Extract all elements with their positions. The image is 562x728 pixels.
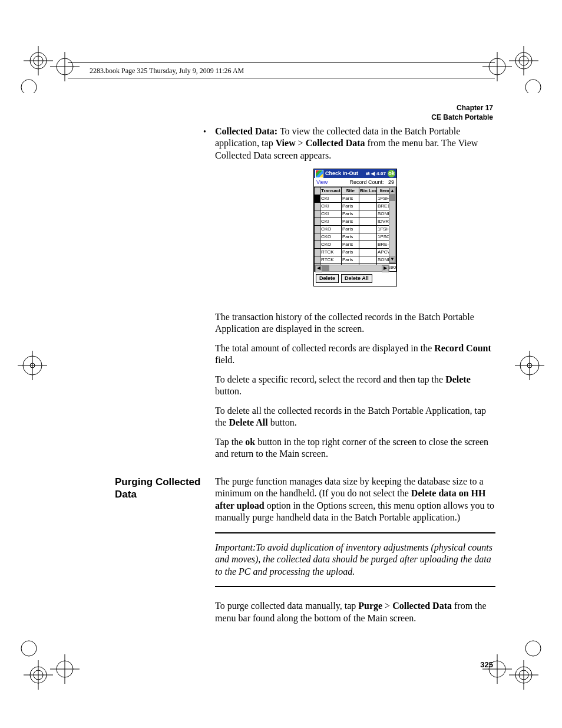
table-row[interactable]: CKOParis1PSOF91	[315, 233, 396, 241]
collected-data-paragraph: Collected Data: To view the collected da…	[215, 126, 495, 297]
cell[interactable]: CKO	[320, 241, 342, 249]
ok-button[interactable]: ok	[388, 170, 395, 177]
svg-point-33	[515, 667, 532, 683]
cell[interactable]: Paris	[342, 218, 359, 226]
scroll-right-icon[interactable]: ▶	[382, 265, 389, 272]
cell[interactable]: CKO	[320, 226, 342, 233]
embedded-screenshot: Check In-Out ⇄ ◀ 4:07 ok View Record Cou…	[313, 169, 397, 286]
table-corner	[315, 187, 320, 195]
svg-point-4	[57, 58, 73, 75]
record-count-value: 29	[388, 179, 394, 185]
cell[interactable]	[359, 210, 377, 218]
horizontal-scrollbar[interactable]: ◀ ▶	[315, 265, 389, 272]
table-row[interactable]: CKIParisIDVRVT16	[315, 218, 396, 226]
cell[interactable]: RTCK	[320, 249, 342, 256]
row-handle[interactable]	[315, 233, 320, 241]
cell[interactable]: CKI	[320, 210, 342, 218]
svg-point-34	[519, 670, 528, 680]
table-row[interactable]: CKIParisSONIPA	[315, 210, 396, 218]
text: The total amount of collected records ar…	[215, 343, 434, 353]
cell[interactable]: CKI	[320, 218, 342, 226]
crop-mark-top-left	[18, 46, 82, 93]
cell[interactable]	[359, 218, 377, 226]
table-row[interactable]: CKOParis1FSH-	[315, 226, 396, 233]
cell[interactable]: Paris	[342, 249, 359, 256]
collected-data-bold: Collected Data:	[215, 126, 277, 136]
svg-point-32	[525, 641, 541, 656]
cell[interactable]: CKO	[320, 233, 342, 241]
cell[interactable]	[359, 226, 377, 233]
delete-button[interactable]: Delete	[316, 274, 339, 284]
cell[interactable]	[359, 249, 377, 256]
collected-data-menu-bold: Collected Data	[306, 138, 365, 148]
table-row[interactable]: CKIParisBRE1016	[315, 203, 396, 210]
crop-mark-top-right	[480, 46, 544, 93]
table-row[interactable]: RTCKParisSONICS-	[315, 256, 396, 264]
table-row[interactable]: CKOParisBRE-	[315, 241, 396, 249]
text: button.	[215, 386, 242, 396]
svg-point-24	[21, 641, 37, 656]
svg-point-29	[57, 661, 73, 677]
crop-mark-bot-left	[18, 640, 82, 693]
cell[interactable]: CKI	[320, 195, 342, 203]
running-header-line2: CE Batch Portable	[431, 113, 493, 122]
cell[interactable]	[359, 195, 377, 203]
scroll-thumb[interactable]	[389, 195, 395, 201]
cell[interactable]: RTCK	[320, 256, 342, 264]
view-menu[interactable]: View	[316, 179, 328, 186]
col-binloc[interactable]: Bin Loc	[359, 187, 377, 195]
cell[interactable]: Paris	[342, 241, 359, 249]
cell[interactable]	[359, 203, 377, 210]
svg-point-26	[34, 670, 43, 680]
cell[interactable]	[359, 233, 377, 241]
hscroll-thumb[interactable]	[322, 265, 329, 271]
crop-mark-mid-left	[18, 348, 47, 383]
collected-data-bold2: Collected Data	[392, 601, 452, 611]
vertical-scrollbar[interactable]: ▲ ▼	[389, 187, 396, 263]
text: Tap the	[215, 437, 245, 447]
row-handle[interactable]	[315, 195, 320, 203]
row-handle[interactable]	[315, 256, 320, 264]
table-row[interactable]: CKIParis1FSH-	[315, 195, 396, 203]
meta-text: 2283.book Page 325 Thursday, July 9, 200…	[90, 67, 244, 75]
cell[interactable]: Paris	[342, 233, 359, 241]
row-handle[interactable]	[315, 249, 320, 256]
meta-rule-top	[68, 62, 495, 63]
view-bold: View	[276, 138, 296, 148]
cell[interactable]: Paris	[342, 210, 359, 218]
delete-all-bold: Delete All	[229, 417, 268, 427]
signal-icon: ⇄ ◀	[366, 171, 375, 177]
table-row[interactable]: RTCKParisAPCV5-	[315, 249, 396, 256]
svg-point-9	[519, 56, 528, 65]
svg-point-1	[34, 56, 43, 65]
cell[interactable]	[359, 256, 377, 264]
row-handle[interactable]	[315, 226, 320, 233]
cell[interactable]: Paris	[342, 195, 359, 203]
rule-bottom	[215, 586, 495, 587]
row-handle[interactable]	[315, 218, 320, 226]
record-count-bold: Record Count	[434, 343, 491, 353]
shot-time: 4:07	[376, 171, 386, 177]
meta-rule-bottom	[68, 78, 495, 78]
col-transact[interactable]: Transact	[320, 187, 342, 195]
gt: >	[296, 138, 306, 148]
svg-point-19	[30, 363, 35, 368]
text: The transaction history of the collected…	[215, 311, 495, 335]
collected-data-table[interactable]: Transact Site Bin Loc Item # CKIParis1FS…	[314, 187, 396, 272]
purging-section: The purge function manages data size by …	[215, 476, 495, 631]
cell[interactable]: Paris	[342, 203, 359, 210]
svg-point-23	[527, 363, 532, 368]
cell[interactable]: Paris	[342, 226, 359, 233]
scroll-down-icon[interactable]: ▼	[389, 256, 395, 263]
row-handle[interactable]	[315, 203, 320, 210]
delete-all-button[interactable]: Delete All	[341, 274, 372, 284]
svg-point-7	[21, 80, 37, 93]
cell[interactable]: Paris	[342, 256, 359, 264]
scroll-up-icon[interactable]: ▲	[389, 187, 395, 195]
row-handle[interactable]	[315, 210, 320, 218]
row-handle[interactable]	[315, 241, 320, 249]
col-site[interactable]: Site	[342, 187, 359, 195]
cell[interactable]	[359, 241, 377, 249]
cell[interactable]: CKI	[320, 203, 342, 210]
scroll-left-icon[interactable]: ◀	[315, 265, 322, 272]
